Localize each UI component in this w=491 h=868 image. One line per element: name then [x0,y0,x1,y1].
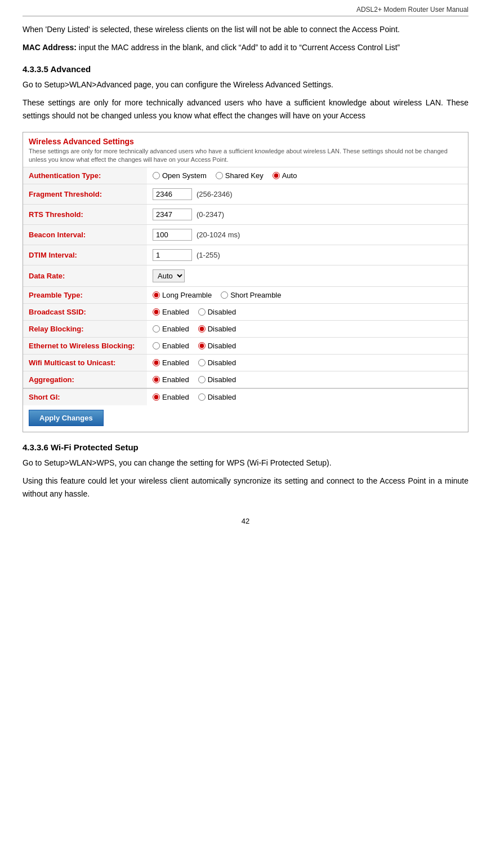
table-row-data-rate: Data Rate: Auto [23,265,468,286]
header-title: ADSL2+ Modem Router User Manual [356,6,468,14]
fragment-threshold-input: (256-2346) [147,184,468,204]
radio-short-gi-enabled[interactable]: Enabled [153,393,189,401]
table-row-dtim-interval: DTIM Interval: (1-255) [23,245,468,265]
section-436-para1: Go to Setup>WLAN>WPS, you can change the… [23,457,468,469]
relay-blocking-options: Enabled Disabled [147,320,468,337]
table-row-aggregation: Aggregation: Enabled Disabled [23,371,468,388]
fragment-threshold-label: Fragment Threshold: [23,184,147,204]
fragment-threshold-hint: (256-2346) [197,190,233,198]
section-435-para1: Go to Setup>WLAN>Advanced page, you can … [23,78,468,91]
beacon-interval-input: (20-1024 ms) [147,224,468,245]
data-rate-label: Data Rate: [23,265,147,286]
dtim-interval-input: (1-255) [147,245,468,265]
data-rate-select-cell: Auto [147,265,468,286]
wifi-multicast-label: Wifi Multicast to Unicast: [23,354,147,371]
radio-relay-enabled[interactable]: Enabled [153,325,189,333]
table-row-auth-type: Authentication Type: Open System Shared … [23,167,468,184]
table-row-fragment-threshold: Fragment Threshold: (256-2346) [23,184,468,204]
radio-wifi-multicast-disabled[interactable]: Disabled [198,358,236,367]
rts-threshold-input: (0-2347) [147,204,468,224]
radio-relay-disabled[interactable]: Disabled [198,325,236,333]
eth-wireless-blocking-options: Enabled Disabled [147,337,468,354]
radio-auto[interactable]: Auto [273,171,297,180]
dtim-interval-field[interactable] [153,249,192,261]
table-row-broadcast-ssid: Broadcast SSID: Enabled Disabled [23,303,468,320]
radio-eth-wireless-disabled[interactable]: Disabled [198,342,236,350]
radio-short-preamble[interactable]: Short Preamble [221,291,281,299]
radio-aggregation-disabled[interactable]: Disabled [198,375,236,384]
settings-table: Authentication Type: Open System Shared … [23,167,468,405]
beacon-interval-label: Beacon Interval: [23,224,147,245]
eth-wireless-blocking-label: Ethernet to Wireless Blocking: [23,337,147,354]
settings-box-header: Wireless Advanced Settings These setting… [23,132,468,167]
short-gi-label: Short GI: [23,388,147,405]
fragment-threshold-field[interactable] [153,188,192,200]
aggregation-label: Aggregation: [23,371,147,388]
intro-para2: MAC Address: input the MAC address in th… [23,41,468,54]
settings-box-title: Wireless Advanced Settings [29,137,462,146]
radio-broadcast-disabled[interactable]: Disabled [198,308,236,316]
rts-threshold-label: RTS Threshold: [23,204,147,224]
data-rate-dropdown[interactable]: Auto [153,269,185,282]
table-row-eth-wireless-blocking: Ethernet to Wireless Blocking: Enabled D… [23,337,468,354]
rts-threshold-hint: (0-2347) [197,210,224,219]
section-436-heading: 4.3.3.6 Wi-Fi Protected Setup [23,442,468,452]
wireless-advanced-settings-box: Wireless Advanced Settings These setting… [23,132,468,432]
preamble-type-options: Long Preamble Short Preamble [147,286,468,303]
intro-para1: When 'Deny Listed' is selected, these wi… [23,23,468,36]
section-435-para2: These settings are only for more technic… [23,96,468,122]
auth-type-label: Authentication Type: [23,167,147,184]
dtim-interval-label: DTIM Interval: [23,245,147,265]
radio-wifi-multicast-enabled[interactable]: Enabled [153,358,189,367]
table-row-beacon-interval: Beacon Interval: (20-1024 ms) [23,224,468,245]
table-row-wifi-multicast: Wifi Multicast to Unicast: Enabled Disab… [23,354,468,371]
page-header: ADSL2+ Modem Router User Manual [23,6,468,16]
short-gi-options: Enabled Disabled [147,388,468,405]
wifi-multicast-options: Enabled Disabled [147,354,468,371]
broadcast-ssid-label: Broadcast SSID: [23,303,147,320]
radio-aggregation-enabled[interactable]: Enabled [153,375,189,384]
radio-eth-wireless-enabled[interactable]: Enabled [153,342,189,350]
settings-box-subtitle: These settings are only for more technic… [29,147,462,165]
preamble-type-label: Preamble Type: [23,286,147,303]
section-436-para2: Using this feature could let your wirele… [23,475,468,500]
beacon-interval-hint: (20-1024 ms) [197,231,240,239]
table-row-short-gi: Short GI: Enabled Disabled [23,388,468,405]
table-row-rts-threshold: RTS Threshold: (0-2347) [23,204,468,224]
apply-changes-container: Apply Changes [23,405,468,432]
radio-shared-key[interactable]: Shared Key [216,171,264,180]
table-row-relay-blocking: Relay Blocking: Enabled Disabled [23,320,468,337]
section-435-heading: 4.3.3.5 Advanced [23,64,468,74]
auth-type-options: Open System Shared Key Auto [147,167,468,184]
broadcast-ssid-options: Enabled Disabled [147,303,468,320]
radio-broadcast-enabled[interactable]: Enabled [153,308,189,316]
radio-long-preamble[interactable]: Long Preamble [153,291,212,299]
dtim-interval-hint: (1-255) [197,251,220,259]
radio-open-system[interactable]: Open System [153,171,207,180]
radio-short-gi-disabled[interactable]: Disabled [198,393,236,401]
beacon-interval-field[interactable] [153,229,192,241]
relay-blocking-label: Relay Blocking: [23,320,147,337]
rts-threshold-field[interactable] [153,209,192,220]
table-row-preamble-type: Preamble Type: Long Preamble Short Pream… [23,286,468,303]
apply-changes-button[interactable]: Apply Changes [29,410,104,426]
page-number: 42 [23,517,468,525]
aggregation-options: Enabled Disabled [147,371,468,388]
